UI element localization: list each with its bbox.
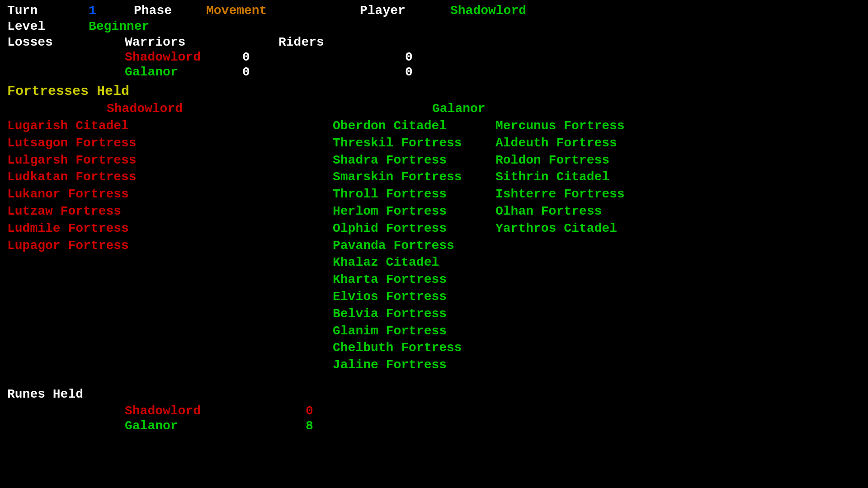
shadowlord-fortress-col: Lugarish CitadelLutsagon FortressLulgars… bbox=[7, 117, 333, 374]
player-value: Shadowlord bbox=[450, 4, 526, 18]
fortress-item-galanor: Chelbuth Fortress bbox=[333, 339, 495, 357]
runes-name: Galanor bbox=[125, 419, 306, 433]
phase-label: Phase bbox=[134, 4, 206, 18]
losses-galanor-riders: 0 bbox=[297, 65, 413, 79]
fortress-item-galanor: Olhan Fortress bbox=[495, 203, 658, 220]
fortresses-section: Fortresses Held Shadowlord Galanor Lugar… bbox=[7, 84, 861, 374]
losses-shadowlord-riders: 0 bbox=[297, 50, 413, 64]
fortresses-grid: Lugarish CitadelLutsagon FortressLulgars… bbox=[7, 117, 861, 374]
level-value: Beginner bbox=[89, 19, 149, 33]
losses-header-row: Losses Warriors Riders bbox=[7, 35, 861, 49]
fortress-item-galanor: Belvia Fortress bbox=[333, 305, 495, 323]
runes-name: Shadowlord bbox=[125, 404, 306, 418]
losses-label: Losses bbox=[7, 35, 125, 49]
losses-shadowlord-name: Shadowlord bbox=[125, 50, 242, 64]
fortress-item-galanor: Kharta Fortress bbox=[333, 271, 495, 288]
fortress-item-galanor: Oberdon Citadel bbox=[333, 117, 495, 135]
galanor-fortress-col-a: Oberdon CitadelThreskil FortressShadra F… bbox=[333, 117, 495, 374]
losses-galanor-name: Galanor bbox=[125, 65, 242, 79]
runes-row: Shadowlord 0 bbox=[7, 404, 861, 418]
turn-value: 1 bbox=[89, 4, 134, 18]
runes-value: 8 bbox=[306, 419, 313, 433]
fortress-item-galanor: Olphid Fortress bbox=[333, 220, 495, 237]
fortress-item-shadowlord: Lukanor Fortress bbox=[7, 186, 333, 203]
fortress-item-galanor: Mercunus Fortress bbox=[495, 117, 658, 135]
level-label: Level bbox=[7, 19, 89, 33]
fortress-item-galanor: Pavanda Fortress bbox=[333, 237, 495, 254]
fortress-item-shadowlord: Lutzaw Fortress bbox=[7, 203, 333, 220]
turn-label: Turn bbox=[7, 4, 89, 18]
fortress-item-shadowlord: Ludmile Fortress bbox=[7, 220, 333, 237]
losses-galanor-warriors: 0 bbox=[242, 65, 297, 79]
fortress-item-galanor: Aldeuth Fortress bbox=[495, 135, 658, 152]
fortress-item-galanor: Throll Fortress bbox=[333, 186, 495, 203]
galanor-owner-label: Galanor bbox=[333, 102, 514, 116]
riders-label: Riders bbox=[278, 35, 414, 49]
fortress-item-galanor: Roldon Fortress bbox=[495, 152, 658, 169]
fortresses-owners-row: Shadowlord Galanor bbox=[7, 102, 861, 116]
fortresses-title: Fortresses Held bbox=[7, 84, 861, 99]
level-row: Level Beginner bbox=[7, 19, 861, 33]
fortress-item-galanor: Smarskin Fortress bbox=[333, 169, 495, 186]
phase-value: Movement bbox=[206, 4, 360, 18]
losses-section: Losses Warriors Riders Shadowlord 0 0 Ga… bbox=[7, 35, 861, 79]
galanor-fortress-col-b: Mercunus FortressAldeuth FortressRoldon … bbox=[495, 117, 658, 374]
fortress-item-shadowlord: Ludkatan Fortress bbox=[7, 169, 333, 186]
losses-galanor-row: Galanor 0 0 bbox=[7, 65, 861, 79]
runes-value: 0 bbox=[306, 404, 313, 418]
galanor-fortress-cols: Oberdon CitadelThreskil FortressShadra F… bbox=[333, 117, 658, 374]
runes-rows: Shadowlord 0 Galanor 8 bbox=[7, 404, 861, 433]
warriors-label: Warriors bbox=[125, 35, 278, 49]
runes-row: Galanor 8 bbox=[7, 419, 861, 433]
fortress-item-shadowlord: Lupagor Fortress bbox=[7, 237, 333, 254]
shadowlord-owner-label: Shadowlord bbox=[7, 102, 333, 116]
fortress-item-shadowlord: Lutsagon Fortress bbox=[7, 135, 333, 152]
main-screen: Turn 1 Phase Movement Player Shadowlord … bbox=[0, 0, 868, 488]
fortress-item-galanor: Khalaz Citadel bbox=[333, 254, 495, 271]
header-row: Turn 1 Phase Movement Player Shadowlord bbox=[7, 4, 861, 18]
fortress-item-shadowlord: Lulgarsh Fortress bbox=[7, 152, 333, 169]
fortress-item-galanor: Threskil Fortress bbox=[333, 135, 495, 152]
fortress-item-galanor: Sithrin Citadel bbox=[495, 169, 658, 186]
fortress-item-galanor: Elvios Fortress bbox=[333, 288, 495, 305]
runes-section: Runes Held Shadowlord 0 Galanor 8 bbox=[7, 387, 861, 433]
fortress-item-galanor: Herlom Fortress bbox=[333, 203, 495, 220]
fortress-item-galanor: Ishterre Fortress bbox=[495, 186, 658, 203]
runes-title: Runes Held bbox=[7, 387, 861, 401]
player-label: Player bbox=[360, 4, 450, 18]
losses-shadowlord-warriors: 0 bbox=[242, 50, 297, 64]
fortress-item-galanor: Shadra Fortress bbox=[333, 152, 495, 169]
fortress-item-shadowlord: Lugarish Citadel bbox=[7, 117, 333, 135]
fortress-item-galanor: Jaline Fortress bbox=[333, 357, 495, 374]
fortress-item-galanor: Glanim Fortress bbox=[333, 323, 495, 340]
fortress-item-galanor: Yarthros Citadel bbox=[495, 220, 658, 237]
losses-shadowlord-row: Shadowlord 0 0 bbox=[7, 50, 861, 64]
